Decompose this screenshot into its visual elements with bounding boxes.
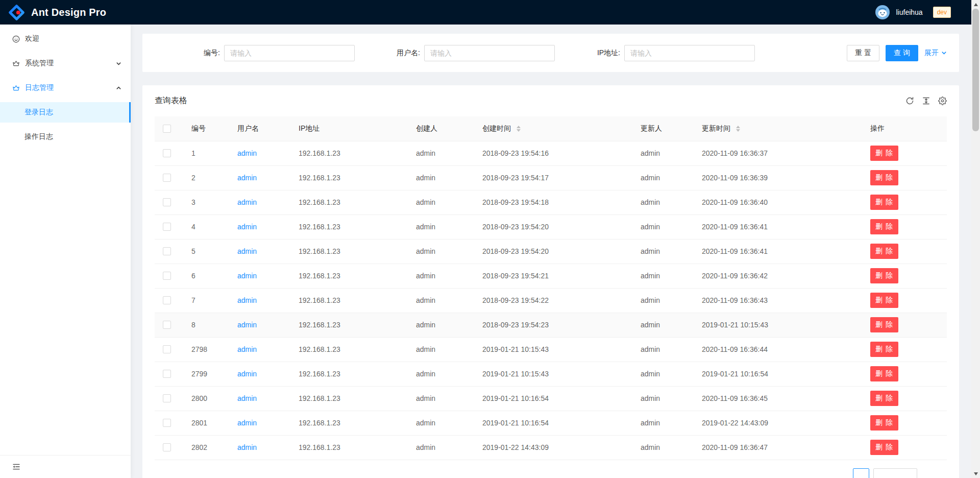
cell-select [155,264,183,288]
scrollbar-thumb[interactable] [972,9,979,131]
settings-gear-icon[interactable] [938,97,947,105]
chevron-up-icon [116,85,121,91]
sidebar-item-log-mgmt[interactable]: 日志管理 [0,78,131,98]
row-checkbox[interactable] [163,419,171,427]
delete-button[interactable]: 删 除 [870,146,898,161]
pagination-active-page-button[interactable] [853,468,869,478]
delete-button[interactable]: 删 除 [870,268,898,283]
cell-id: 4 [183,214,229,239]
row-checkbox[interactable] [163,247,171,255]
window-scrollbar[interactable] [971,0,980,478]
username-link[interactable]: admin [237,149,257,157]
username-field-label: 用户名: [355,49,424,58]
cell-select [155,165,183,190]
pagination-page-size-select[interactable] [873,468,917,478]
cell-updated: 2020-11-09 16:36:41 [694,214,862,239]
delete-button[interactable]: 删 除 [870,219,898,234]
sidebar-item-system-mgmt[interactable]: 系统管理 [0,53,131,74]
id-input[interactable] [224,45,355,61]
cell-select [155,190,183,214]
cell-updated: 2020-11-09 16:36:37 [694,141,862,165]
sidebar-item-label: 欢迎 [25,34,39,43]
username-link[interactable]: admin [237,272,257,280]
pagination [155,468,917,478]
cell-created: 2018-09-23 19:54:18 [474,190,632,214]
avatar[interactable] [875,5,890,19]
cell-created: 2018-09-23 19:54:22 [474,288,632,313]
username-link[interactable]: admin [237,443,257,451]
delete-button[interactable]: 删 除 [870,342,898,357]
cell-ip: 192.168.1.23 [290,239,408,264]
expand-link[interactable]: 展开 [924,49,947,58]
scrollbar-down-arrow-icon[interactable] [971,469,980,478]
row-checkbox[interactable] [163,223,171,231]
search-field-ip: IP地址: [555,45,755,61]
username-input[interactable] [424,45,555,61]
ip-input[interactable] [624,45,755,61]
select-all-checkbox[interactable] [163,125,171,133]
username-link[interactable]: admin [237,247,257,255]
row-checkbox[interactable] [163,198,171,206]
column-header-created[interactable]: 创建时间 [474,116,632,141]
cell-updater: admin [632,214,694,239]
row-checkbox[interactable] [163,345,171,353]
header-user-area[interactable]: liufeihua dev [875,5,951,19]
row-checkbox[interactable] [163,296,171,304]
row-checkbox[interactable] [163,370,171,378]
username-link[interactable]: admin [237,345,257,353]
table-header-row: 编号 用户名 IP地址 创建人 创建时间 更新人 更新时间 [155,116,947,141]
row-checkbox[interactable] [163,321,171,329]
table-row: 2801 admin 192.168.1.23 admin 2019-01-21… [155,411,947,435]
sidebar-item-login-log[interactable]: 登录日志 [0,102,131,123]
scrollbar-up-arrow-icon[interactable] [971,0,980,9]
username-link[interactable]: admin [237,198,257,206]
logo-area[interactable]: Ant Design Pro [8,4,106,21]
column-height-icon[interactable] [922,97,930,105]
header-username[interactable]: liufeihua [896,8,922,16]
delete-button[interactable]: 删 除 [870,170,898,185]
column-header-action: 操作 [862,116,947,141]
cell-updated: 2020-11-09 16:36:42 [694,264,862,288]
username-link[interactable]: admin [237,370,257,378]
username-link[interactable]: admin [237,223,257,231]
row-checkbox[interactable] [163,443,171,451]
cell-username: admin [229,435,290,460]
delete-button[interactable]: 删 除 [870,293,898,308]
row-checkbox[interactable] [163,394,171,402]
row-checkbox[interactable] [163,149,171,157]
table-toolbar: 查询表格 [142,85,959,116]
username-link[interactable]: admin [237,321,257,329]
reset-button[interactable]: 重 置 [847,45,879,61]
row-checkbox[interactable] [163,174,171,182]
sidebar-item-operation-log[interactable]: 操作日志 [0,127,131,147]
cell-ip: 192.168.1.23 [290,141,408,165]
username-link[interactable]: admin [237,419,257,427]
sidebar-footer [0,455,131,478]
delete-button[interactable]: 删 除 [870,440,898,455]
sidebar-item-welcome[interactable]: 欢迎 [0,29,131,49]
delete-button[interactable]: 删 除 [870,244,898,259]
sort-carets-icon [736,126,740,132]
cell-updated: 2020-11-09 16:36:39 [694,165,862,190]
delete-button[interactable]: 删 除 [870,366,898,381]
menu-fold-icon[interactable] [12,463,20,471]
cell-username: admin [229,264,290,288]
delete-button[interactable]: 删 除 [870,391,898,406]
cell-id: 8 [183,313,229,337]
delete-button[interactable]: 删 除 [870,195,898,210]
username-link[interactable]: admin [237,296,257,304]
query-button[interactable]: 查 询 [886,45,918,61]
username-link[interactable]: admin [237,394,257,402]
row-checkbox[interactable] [163,272,171,280]
username-link[interactable]: admin [237,174,257,182]
cell-updater: admin [632,165,694,190]
cell-id: 7 [183,288,229,313]
column-header-updated[interactable]: 更新时间 [694,116,862,141]
cell-updater: admin [632,411,694,435]
table-row: 2798 admin 192.168.1.23 admin 2019-01-21… [155,337,947,362]
sidebar: 欢迎 系统管理 日志管理 登录日志 [0,25,131,478]
delete-button[interactable]: 删 除 [870,415,898,431]
reload-icon[interactable] [905,97,914,105]
delete-button[interactable]: 删 除 [870,317,898,332]
cell-created: 2018-09-23 19:54:21 [474,264,632,288]
